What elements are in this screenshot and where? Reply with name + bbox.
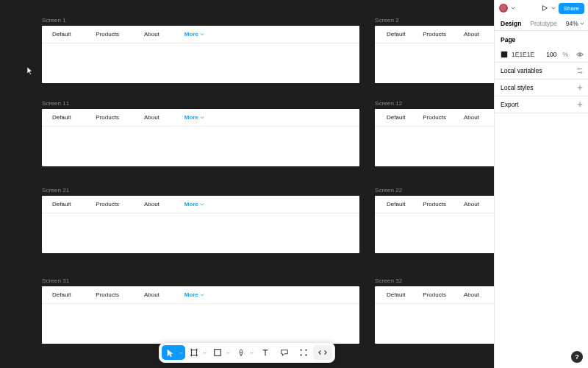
chevron-down-icon — [200, 116, 204, 119]
nav-item-default[interactable]: Default — [52, 201, 71, 208]
fill-opacity-value[interactable]: 100 — [546, 51, 556, 58]
frame-label[interactable]: Screen 1 — [42, 17, 359, 24]
navbar: DefaultProductsAboutMore — [42, 109, 359, 127]
frame-f12[interactable]: Screen 12DefaultProductsAbout — [375, 100, 494, 166]
nav-item-about[interactable]: About — [144, 114, 159, 121]
export-row[interactable]: Export — [495, 96, 588, 113]
frame-label[interactable]: Screen 11 — [42, 100, 359, 107]
tool-comment[interactable] — [275, 345, 294, 360]
nav-item-about[interactable]: About — [464, 114, 479, 121]
chevron-down-icon[interactable] — [551, 6, 556, 10]
frame-body[interactable]: DefaultProductsAboutMore — [42, 286, 359, 344]
frame-f21[interactable]: Screen 21DefaultProductsAboutMore — [42, 187, 359, 253]
nav-item-default[interactable]: Default — [387, 114, 405, 121]
plus-icon[interactable] — [576, 101, 584, 108]
nav-item-default[interactable]: Default — [387, 291, 405, 298]
nav-item-about[interactable]: About — [464, 31, 479, 38]
tab-prototype[interactable]: Prototype — [530, 20, 556, 27]
nav-item-about[interactable]: About — [144, 31, 159, 38]
frame-label[interactable]: Screen 32 — [375, 277, 494, 284]
tool-shape[interactable] — [209, 345, 232, 360]
help-button[interactable]: ? — [571, 351, 583, 363]
eye-icon[interactable] — [576, 51, 584, 58]
frame-label[interactable]: Screen 22 — [375, 187, 494, 194]
nav-item-default[interactable]: Default — [387, 201, 405, 208]
frame-f11[interactable]: Screen 11DefaultProductsAboutMore — [42, 100, 359, 166]
nav-item-products[interactable]: Products — [423, 201, 446, 208]
nav-item-products[interactable]: Products — [96, 31, 119, 38]
chevron-down-icon[interactable] — [203, 351, 207, 355]
chevron-down-icon — [200, 203, 204, 206]
nav-item-default[interactable]: Default — [387, 31, 405, 38]
dev-mode-icon — [318, 348, 327, 357]
chevron-down-icon[interactable] — [250, 351, 254, 355]
page-fill-row[interactable]: 1E1E1E 100 % — [495, 47, 588, 62]
nav-item-products[interactable]: Products — [96, 291, 119, 298]
frame-label[interactable]: Screen 2 — [375, 17, 494, 24]
zoom-control[interactable]: 94% — [566, 20, 584, 27]
tool-actions[interactable] — [294, 345, 313, 360]
frame-f2[interactable]: Screen 2DefaultProductsAbout — [375, 17, 494, 83]
frame-icon — [190, 348, 198, 357]
frame-label[interactable]: Screen 31 — [42, 277, 359, 284]
nav-item-default[interactable]: Default — [52, 114, 71, 121]
frame-label[interactable]: Screen 21 — [42, 187, 359, 194]
frame-f31[interactable]: Screen 31DefaultProductsAboutMore — [42, 277, 359, 344]
sliders-icon[interactable] — [576, 67, 584, 74]
right-sidebar: Share Design Prototype 94% Page 1E1E1E 1… — [494, 0, 588, 368]
frame-body[interactable]: DefaultProductsAboutMore — [42, 26, 359, 83]
nav-item-more[interactable]: More — [184, 291, 204, 298]
local-styles-row[interactable]: Local styles — [495, 79, 588, 96]
tool-frame[interactable] — [185, 345, 209, 360]
navbar: DefaultProductsAboutMore — [42, 26, 359, 43]
nav-item-about[interactable]: About — [464, 201, 479, 208]
chevron-down-icon[interactable] — [511, 6, 515, 10]
frame-f22[interactable]: Screen 22DefaultProductsAbout — [375, 187, 494, 253]
nav-item-default[interactable]: Default — [52, 31, 71, 38]
frame-label[interactable]: Screen 12 — [375, 100, 494, 107]
tool-dev-mode[interactable] — [313, 345, 332, 360]
shape-icon — [213, 348, 222, 357]
frame-body[interactable]: DefaultProductsAbout — [375, 109, 494, 166]
frame-body[interactable]: DefaultProductsAboutMore — [42, 109, 359, 166]
tool-move[interactable] — [162, 345, 185, 360]
local-variables-row[interactable]: Local variables — [495, 63, 588, 79]
plus-icon[interactable] — [576, 84, 584, 91]
frame-body[interactable]: DefaultProductsAbout — [375, 286, 494, 344]
fill-hex[interactable]: 1E1E1E — [512, 51, 534, 58]
play-icon[interactable] — [541, 4, 548, 12]
canvas[interactable]: Screen 1DefaultProductsAboutMoreScreen 2… — [0, 0, 494, 368]
nav-item-products[interactable]: Products — [423, 31, 446, 38]
frame-f32[interactable]: Screen 32DefaultProductsAbout — [375, 277, 494, 344]
share-button[interactable]: Share — [559, 3, 584, 14]
nav-item-default[interactable]: Default — [52, 291, 71, 298]
chevron-down-icon[interactable] — [226, 351, 230, 355]
nav-item-about[interactable]: About — [144, 201, 159, 208]
frame-body[interactable]: DefaultProductsAboutMore — [42, 196, 359, 253]
avatar[interactable] — [499, 4, 508, 13]
local-styles-label: Local styles — [501, 84, 533, 91]
tool-pen[interactable] — [232, 345, 256, 360]
cursor-pointer-icon — [26, 66, 33, 76]
nav-item-about[interactable]: About — [464, 291, 479, 298]
pen-icon — [237, 348, 245, 357]
nav-item-about[interactable]: About — [144, 291, 159, 298]
nav-item-products[interactable]: Products — [96, 114, 119, 121]
frame-body[interactable]: DefaultProductsAbout — [375, 196, 494, 253]
tool-text[interactable] — [256, 345, 275, 360]
nav-item-products[interactable]: Products — [96, 201, 119, 208]
nav-item-more[interactable]: More — [184, 114, 204, 121]
chevron-down-icon[interactable] — [179, 351, 183, 355]
color-swatch[interactable] — [501, 51, 508, 58]
frame-f1[interactable]: Screen 1DefaultProductsAboutMore — [42, 17, 359, 83]
nav-item-more[interactable]: More — [184, 31, 204, 38]
nav-item-more[interactable]: More — [184, 201, 204, 208]
svg-point-4 — [300, 354, 301, 355]
nav-item-products[interactable]: Products — [423, 114, 446, 121]
svg-point-5 — [305, 354, 306, 355]
frame-body[interactable]: DefaultProductsAbout — [375, 26, 494, 83]
svg-point-7 — [578, 68, 579, 69]
svg-point-1 — [240, 352, 242, 353]
nav-item-products[interactable]: Products — [423, 291, 446, 298]
tab-design[interactable]: Design — [501, 20, 521, 27]
